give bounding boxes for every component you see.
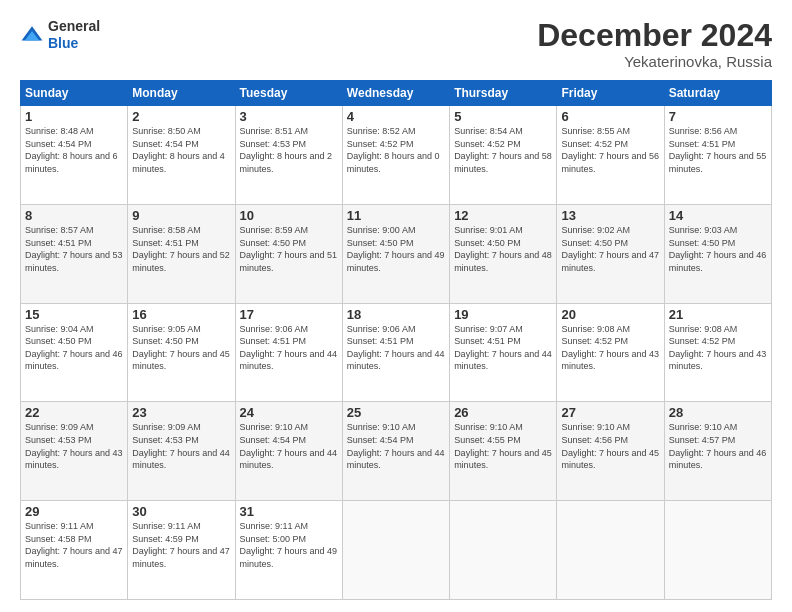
calendar-weekday-header: Monday — [128, 81, 235, 106]
day-number: 13 — [561, 208, 659, 223]
day-number: 2 — [132, 109, 230, 124]
day-number: 1 — [25, 109, 123, 124]
header: General Blue December 2024 Yekaterinovka… — [20, 18, 772, 70]
calendar-cell — [342, 501, 449, 600]
calendar-weekday-header: Saturday — [664, 81, 771, 106]
day-number: 7 — [669, 109, 767, 124]
calendar-cell: 20Sunrise: 9:08 AMSunset: 4:52 PMDayligh… — [557, 303, 664, 402]
calendar-cell: 2Sunrise: 8:50 AMSunset: 4:54 PMDaylight… — [128, 106, 235, 205]
calendar-cell: 19Sunrise: 9:07 AMSunset: 4:51 PMDayligh… — [450, 303, 557, 402]
day-info: Sunrise: 8:54 AMSunset: 4:52 PMDaylight:… — [454, 125, 552, 175]
day-info: Sunrise: 9:11 AMSunset: 5:00 PMDaylight:… — [240, 520, 338, 570]
day-number: 16 — [132, 307, 230, 322]
day-number: 28 — [669, 405, 767, 420]
day-info: Sunrise: 9:03 AMSunset: 4:50 PMDaylight:… — [669, 224, 767, 274]
day-number: 8 — [25, 208, 123, 223]
day-number: 19 — [454, 307, 552, 322]
calendar-header-row: SundayMondayTuesdayWednesdayThursdayFrid… — [21, 81, 772, 106]
calendar-week-row: 22Sunrise: 9:09 AMSunset: 4:53 PMDayligh… — [21, 402, 772, 501]
day-number: 10 — [240, 208, 338, 223]
day-info: Sunrise: 9:11 AMSunset: 4:59 PMDaylight:… — [132, 520, 230, 570]
day-info: Sunrise: 9:10 AMSunset: 4:54 PMDaylight:… — [347, 421, 445, 471]
day-info: Sunrise: 8:58 AMSunset: 4:51 PMDaylight:… — [132, 224, 230, 274]
day-number: 20 — [561, 307, 659, 322]
calendar-cell: 16Sunrise: 9:05 AMSunset: 4:50 PMDayligh… — [128, 303, 235, 402]
calendar-cell: 23Sunrise: 9:09 AMSunset: 4:53 PMDayligh… — [128, 402, 235, 501]
calendar-weekday-header: Friday — [557, 81, 664, 106]
calendar-cell: 14Sunrise: 9:03 AMSunset: 4:50 PMDayligh… — [664, 204, 771, 303]
day-number: 5 — [454, 109, 552, 124]
calendar-cell: 11Sunrise: 9:00 AMSunset: 4:50 PMDayligh… — [342, 204, 449, 303]
calendar-cell: 25Sunrise: 9:10 AMSunset: 4:54 PMDayligh… — [342, 402, 449, 501]
calendar-cell: 13Sunrise: 9:02 AMSunset: 4:50 PMDayligh… — [557, 204, 664, 303]
day-number: 25 — [347, 405, 445, 420]
day-info: Sunrise: 9:10 AMSunset: 4:54 PMDaylight:… — [240, 421, 338, 471]
day-info: Sunrise: 9:05 AMSunset: 4:50 PMDaylight:… — [132, 323, 230, 373]
day-info: Sunrise: 8:51 AMSunset: 4:53 PMDaylight:… — [240, 125, 338, 175]
day-number: 6 — [561, 109, 659, 124]
day-number: 15 — [25, 307, 123, 322]
day-number: 17 — [240, 307, 338, 322]
calendar-weekday-header: Tuesday — [235, 81, 342, 106]
calendar-cell: 30Sunrise: 9:11 AMSunset: 4:59 PMDayligh… — [128, 501, 235, 600]
day-number: 31 — [240, 504, 338, 519]
title-block: December 2024 Yekaterinovka, Russia — [537, 18, 772, 70]
calendar-cell: 12Sunrise: 9:01 AMSunset: 4:50 PMDayligh… — [450, 204, 557, 303]
day-info: Sunrise: 8:57 AMSunset: 4:51 PMDaylight:… — [25, 224, 123, 274]
day-number: 14 — [669, 208, 767, 223]
logo-icon — [20, 23, 44, 47]
calendar-cell: 29Sunrise: 9:11 AMSunset: 4:58 PMDayligh… — [21, 501, 128, 600]
day-info: Sunrise: 9:02 AMSunset: 4:50 PMDaylight:… — [561, 224, 659, 274]
month-title: December 2024 — [537, 18, 772, 53]
calendar-cell — [664, 501, 771, 600]
day-info: Sunrise: 8:55 AMSunset: 4:52 PMDaylight:… — [561, 125, 659, 175]
calendar-week-row: 8Sunrise: 8:57 AMSunset: 4:51 PMDaylight… — [21, 204, 772, 303]
day-number: 24 — [240, 405, 338, 420]
day-number: 30 — [132, 504, 230, 519]
calendar-table: SundayMondayTuesdayWednesdayThursdayFrid… — [20, 80, 772, 600]
day-info: Sunrise: 9:08 AMSunset: 4:52 PMDaylight:… — [669, 323, 767, 373]
calendar-week-row: 15Sunrise: 9:04 AMSunset: 4:50 PMDayligh… — [21, 303, 772, 402]
day-info: Sunrise: 9:09 AMSunset: 4:53 PMDaylight:… — [132, 421, 230, 471]
day-info: Sunrise: 9:00 AMSunset: 4:50 PMDaylight:… — [347, 224, 445, 274]
calendar-weekday-header: Thursday — [450, 81, 557, 106]
day-info: Sunrise: 9:04 AMSunset: 4:50 PMDaylight:… — [25, 323, 123, 373]
logo-general: General — [48, 18, 100, 34]
day-info: Sunrise: 8:59 AMSunset: 4:50 PMDaylight:… — [240, 224, 338, 274]
day-info: Sunrise: 9:10 AMSunset: 4:57 PMDaylight:… — [669, 421, 767, 471]
calendar-cell: 28Sunrise: 9:10 AMSunset: 4:57 PMDayligh… — [664, 402, 771, 501]
calendar-weekday-header: Sunday — [21, 81, 128, 106]
calendar-cell: 7Sunrise: 8:56 AMSunset: 4:51 PMDaylight… — [664, 106, 771, 205]
calendar-cell: 6Sunrise: 8:55 AMSunset: 4:52 PMDaylight… — [557, 106, 664, 205]
day-number: 26 — [454, 405, 552, 420]
day-info: Sunrise: 9:06 AMSunset: 4:51 PMDaylight:… — [347, 323, 445, 373]
day-info: Sunrise: 9:01 AMSunset: 4:50 PMDaylight:… — [454, 224, 552, 274]
day-number: 21 — [669, 307, 767, 322]
calendar-cell — [557, 501, 664, 600]
day-info: Sunrise: 8:50 AMSunset: 4:54 PMDaylight:… — [132, 125, 230, 175]
calendar-cell — [450, 501, 557, 600]
calendar-cell: 31Sunrise: 9:11 AMSunset: 5:00 PMDayligh… — [235, 501, 342, 600]
logo-text: General Blue — [48, 18, 100, 52]
day-info: Sunrise: 8:48 AMSunset: 4:54 PMDaylight:… — [25, 125, 123, 175]
day-number: 9 — [132, 208, 230, 223]
calendar-cell: 26Sunrise: 9:10 AMSunset: 4:55 PMDayligh… — [450, 402, 557, 501]
day-number: 11 — [347, 208, 445, 223]
calendar-cell: 17Sunrise: 9:06 AMSunset: 4:51 PMDayligh… — [235, 303, 342, 402]
day-info: Sunrise: 9:11 AMSunset: 4:58 PMDaylight:… — [25, 520, 123, 570]
day-number: 27 — [561, 405, 659, 420]
logo: General Blue — [20, 18, 100, 52]
day-number: 29 — [25, 504, 123, 519]
day-info: Sunrise: 9:08 AMSunset: 4:52 PMDaylight:… — [561, 323, 659, 373]
day-info: Sunrise: 9:09 AMSunset: 4:53 PMDaylight:… — [25, 421, 123, 471]
calendar-cell: 24Sunrise: 9:10 AMSunset: 4:54 PMDayligh… — [235, 402, 342, 501]
day-info: Sunrise: 9:10 AMSunset: 4:55 PMDaylight:… — [454, 421, 552, 471]
location: Yekaterinovka, Russia — [537, 53, 772, 70]
day-number: 22 — [25, 405, 123, 420]
page: General Blue December 2024 Yekaterinovka… — [0, 0, 792, 612]
calendar-week-row: 1Sunrise: 8:48 AMSunset: 4:54 PMDaylight… — [21, 106, 772, 205]
calendar-cell: 10Sunrise: 8:59 AMSunset: 4:50 PMDayligh… — [235, 204, 342, 303]
day-info: Sunrise: 8:52 AMSunset: 4:52 PMDaylight:… — [347, 125, 445, 175]
day-number: 23 — [132, 405, 230, 420]
day-info: Sunrise: 9:07 AMSunset: 4:51 PMDaylight:… — [454, 323, 552, 373]
